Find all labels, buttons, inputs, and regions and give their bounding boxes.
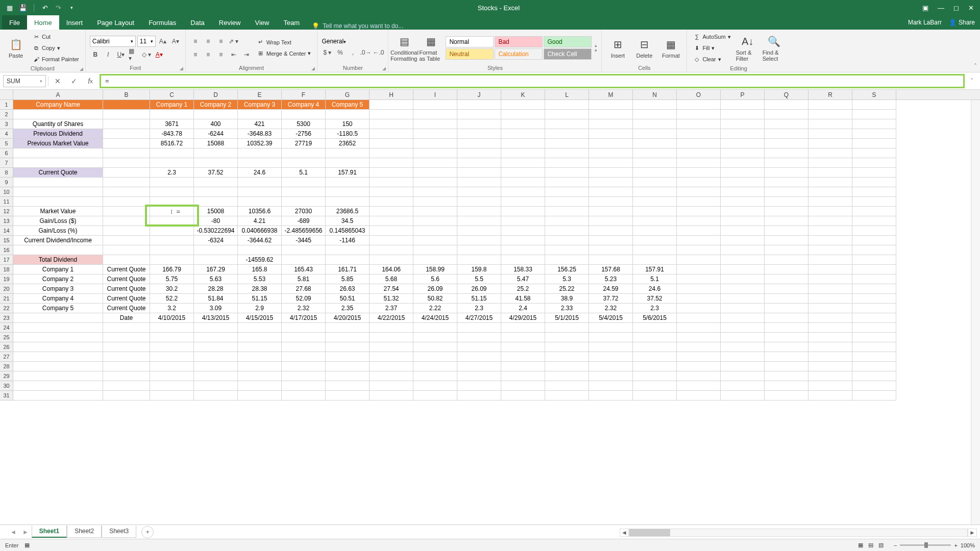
cell[interactable] <box>370 197 413 207</box>
cell[interactable] <box>282 255 326 265</box>
delete-cells-button[interactable]: ⊟Delete <box>632 37 656 59</box>
row-header[interactable]: 22 <box>0 304 13 313</box>
cell[interactable]: 5.1 <box>282 168 326 178</box>
cell[interactable] <box>103 178 150 187</box>
cell[interactable] <box>13 352 103 362</box>
cell[interactable]: -3644.62 <box>238 236 282 245</box>
cell[interactable] <box>721 313 765 323</box>
cell[interactable] <box>457 197 501 207</box>
cell[interactable] <box>545 342 589 352</box>
cell[interactable] <box>413 158 457 168</box>
cell[interactable] <box>808 333 852 342</box>
cell[interactable] <box>721 274 765 284</box>
macro-record-icon[interactable]: ▦ <box>24 542 30 548</box>
cell[interactable] <box>633 333 677 342</box>
cell[interactable]: 165.43 <box>282 265 326 274</box>
cell[interactable] <box>501 148 545 158</box>
style-bad[interactable]: Bad <box>495 36 543 47</box>
cell[interactable] <box>150 255 194 265</box>
cell[interactable] <box>633 207 677 216</box>
cell[interactable] <box>633 381 677 391</box>
cell[interactable] <box>150 178 194 187</box>
align-left-icon[interactable]: ≡ <box>190 49 201 60</box>
cell[interactable] <box>194 110 238 119</box>
cell[interactable] <box>852 313 896 323</box>
cell[interactable]: -2.485659656 <box>282 226 326 236</box>
cell[interactable]: 5/1/2015 <box>545 313 589 323</box>
cell[interactable] <box>677 284 721 294</box>
cell[interactable]: 51.15 <box>457 294 501 304</box>
cell[interactable]: 5.47 <box>501 274 545 284</box>
cell[interactable] <box>413 216 457 226</box>
cell[interactable] <box>852 197 896 207</box>
cell[interactable] <box>370 236 413 245</box>
cell[interactable]: 5300 <box>282 119 326 129</box>
cell[interactable]: 37.72 <box>589 294 633 304</box>
row-header[interactable]: 21 <box>0 294 13 304</box>
cell[interactable] <box>677 323 721 333</box>
cell[interactable] <box>721 207 765 216</box>
row-header[interactable]: 25 <box>0 333 13 342</box>
cell[interactable] <box>677 255 721 265</box>
cell[interactable]: 4/27/2015 <box>457 313 501 323</box>
cell[interactable]: 5.68 <box>370 274 413 284</box>
cell[interactable] <box>808 178 852 187</box>
cell[interactable] <box>501 197 545 207</box>
cell[interactable]: 161.71 <box>326 265 370 274</box>
cell[interactable] <box>852 381 896 391</box>
cell[interactable]: Gain/Loss (%) <box>13 226 103 236</box>
cell[interactable] <box>194 333 238 342</box>
cell[interactable] <box>413 129 457 139</box>
cell[interactable] <box>721 245 765 255</box>
cell[interactable] <box>852 148 896 158</box>
align-middle-icon[interactable]: ≡ <box>203 36 214 47</box>
cell[interactable] <box>721 216 765 226</box>
cell[interactable]: 400 <box>194 119 238 129</box>
cell[interactable] <box>633 168 677 178</box>
cell[interactable] <box>326 245 370 255</box>
cell[interactable] <box>413 139 457 148</box>
column-header[interactable]: Q <box>765 90 808 99</box>
cell[interactable] <box>103 391 150 400</box>
cell[interactable] <box>13 158 103 168</box>
row-header[interactable]: 12 <box>0 207 13 216</box>
cell[interactable] <box>13 110 103 119</box>
tab-data[interactable]: Data <box>183 15 211 30</box>
cell[interactable] <box>150 236 194 245</box>
cell[interactable] <box>103 226 150 236</box>
column-header[interactable]: P <box>721 90 765 99</box>
decrease-font-icon[interactable]: A▾ <box>170 36 181 47</box>
cell[interactable] <box>326 362 370 371</box>
save-icon[interactable]: 💾 <box>18 3 28 12</box>
column-header[interactable]: E <box>238 90 282 99</box>
cell[interactable] <box>457 187 501 197</box>
cell[interactable] <box>103 362 150 371</box>
cell[interactable] <box>150 216 194 226</box>
cell[interactable] <box>457 333 501 342</box>
cell[interactable] <box>13 333 103 342</box>
row-header[interactable]: 20 <box>0 284 13 294</box>
cell[interactable] <box>370 178 413 187</box>
cell[interactable]: 27.54 <box>370 284 413 294</box>
cell[interactable] <box>282 362 326 371</box>
cell[interactable] <box>545 362 589 371</box>
column-header[interactable]: L <box>545 90 589 99</box>
cell[interactable] <box>633 187 677 197</box>
cell[interactable]: 4/22/2015 <box>370 313 413 323</box>
cell[interactable]: Current Quote <box>103 274 150 284</box>
cell[interactable] <box>852 323 896 333</box>
cell[interactable] <box>677 129 721 139</box>
cell[interactable]: 2.4 <box>501 304 545 313</box>
italic-button[interactable]: I <box>103 49 114 60</box>
cell[interactable] <box>501 226 545 236</box>
zoom-level[interactable]: 100% <box>961 542 975 548</box>
cell[interactable] <box>589 371 633 381</box>
cell[interactable] <box>194 342 238 352</box>
cell[interactable] <box>721 119 765 129</box>
cell[interactable] <box>545 100 589 110</box>
cell[interactable] <box>326 178 370 187</box>
cell[interactable]: 37.52 <box>633 294 677 304</box>
cut-button[interactable]: ✂Cut <box>31 32 81 42</box>
column-header[interactable]: D <box>194 90 238 99</box>
cell[interactable] <box>677 274 721 284</box>
